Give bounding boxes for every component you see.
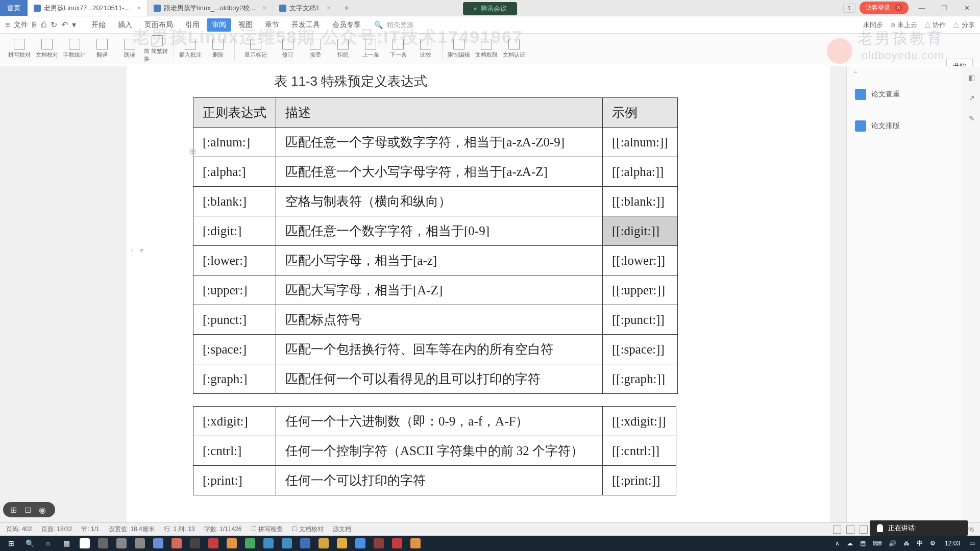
cell-expr[interactable]: [:print:]	[193, 466, 276, 495]
cell-desc[interactable]: 任何一个十六进制数（即：0-9，a-f，A-F）	[276, 407, 603, 436]
rail-icon[interactable]: ✎	[969, 114, 975, 122]
tray-expand-icon[interactable]: ∧	[832, 540, 843, 547]
cell-expr[interactable]: [:punct:]	[193, 305, 276, 335]
taskbar-app[interactable]	[370, 536, 388, 550]
cell-example[interactable]: [[:digit:]]	[603, 216, 678, 246]
tray-cloud-icon[interactable]: ☁	[844, 540, 856, 547]
cell-example[interactable]: [[:upper:]]	[603, 276, 678, 305]
cell-example[interactable]: [[:lower:]]	[603, 246, 678, 276]
tray-volume-icon[interactable]: 🔊	[886, 540, 899, 547]
cell-desc[interactable]: 匹配任何一个可以看得见的且可以打印的字符	[276, 364, 603, 394]
taskbar-app[interactable]	[314, 536, 333, 550]
notifications-badge[interactable]: 1	[843, 4, 855, 13]
meeting-indicator[interactable]: 腾讯会议	[463, 2, 517, 15]
print-icon[interactable]: ⎙	[41, 20, 46, 30]
login-button[interactable]: 访客登录 ×	[860, 2, 909, 14]
cell-example[interactable]: [[:alnum:]]	[603, 128, 678, 157]
wordcount-button[interactable]: 字数统计	[61, 35, 88, 63]
document-tab-2[interactable]: 跟老男孩学linux_...oldboy2校... ×	[148, 0, 273, 16]
bubble-icon[interactable]: ⊞	[10, 505, 19, 514]
cell-expr[interactable]: [:alpha:]	[193, 157, 276, 187]
cell-expr[interactable]: [:graph:]	[193, 364, 276, 394]
taskbar-app[interactable]	[167, 536, 186, 550]
search-input[interactable]: 稻壳资源	[387, 20, 413, 30]
cell-expr[interactable]: [:lower:]	[193, 246, 276, 276]
taskbar-app[interactable]	[296, 536, 314, 550]
menu-start[interactable]: 开始	[86, 18, 111, 32]
doccheck-button[interactable]: 文档校对	[34, 35, 60, 63]
home-tab[interactable]: 首页	[0, 0, 28, 16]
cell-desc[interactable]: 匹配小写字母，相当于[a-z]	[276, 246, 603, 276]
close-icon[interactable]: ×	[327, 4, 331, 12]
cell-example[interactable]: [[:alpha:]]	[603, 157, 678, 187]
source-doc[interactable]: 源文档	[333, 525, 351, 534]
menu-references[interactable]: 引用	[180, 18, 205, 32]
add-marker-icon[interactable]: ⊕	[189, 146, 197, 157]
cell-desc[interactable]: 匹配标点符号	[276, 305, 603, 335]
cell-desc[interactable]: 匹配任意一个字母或数字字符，相当于[a-zA-Z0-9]	[276, 128, 603, 157]
cell-expr[interactable]: [:blank:]	[193, 187, 276, 216]
gutter-dropdown-icon[interactable]: ▾	[140, 246, 147, 254]
menu-insert[interactable]: 插入	[113, 18, 137, 32]
cell-expr[interactable]: [:alnum:]	[193, 128, 276, 157]
cell-example[interactable]: [[:graph:]]	[603, 364, 678, 394]
view-mode-icon[interactable]	[833, 525, 841, 534]
close-icon[interactable]: ×	[262, 4, 266, 12]
cell-example[interactable]: [[:blank:]]	[603, 187, 678, 216]
view-mode-icon[interactable]	[860, 525, 868, 534]
taskbar-app[interactable]	[241, 536, 259, 550]
cell-desc[interactable]: 匹配任意一个大小写字母字符，相当于[a-zA-Z]	[276, 157, 603, 187]
tray-network-icon[interactable]: 🖧	[900, 540, 913, 547]
accept-button[interactable]: 接受	[302, 35, 329, 63]
track-changes-button[interactable]: 修订	[275, 35, 301, 63]
readaloud-button[interactable]: 朗读	[116, 35, 143, 63]
tray-ime-icon[interactable]: ⌨	[870, 540, 885, 547]
cell-expr[interactable]: [:cntrl:]	[193, 436, 276, 466]
insert-comment-button[interactable]: 插入批注	[177, 35, 204, 63]
cell-example[interactable]: [[:space:]]	[603, 335, 678, 364]
tray-lang[interactable]: 中	[914, 539, 926, 548]
document-tab-1[interactable]: 老男孩Linux77...20210511-... ×	[28, 0, 148, 16]
cell-desc[interactable]: 匹配一个包括换行符、回车等在内的所有空白符	[276, 335, 603, 364]
taskbar-app[interactable]	[76, 536, 94, 550]
spellcheck-button[interactable]: 拼写校对	[6, 35, 33, 63]
open-icon[interactable]: ⎘	[32, 20, 37, 30]
taskbar-app[interactable]	[94, 536, 112, 550]
taskbar-app[interactable]	[278, 536, 296, 550]
rail-icon[interactable]: ◧	[968, 73, 975, 82]
sidebar-item-format[interactable]: 论文排版	[853, 116, 974, 136]
close-icon[interactable]: ×	[137, 4, 141, 12]
page-scroll[interactable]: 表 11-3 特殊预定义表达式 正则表达式 描述 示例 [:alnum:]匹配任…	[0, 66, 846, 522]
compare-button[interactable]: 比较	[412, 35, 439, 63]
clock[interactable]: 12:03	[940, 540, 965, 547]
collapse-sidebar-icon[interactable]: ⌃	[853, 70, 858, 78]
cell-expr[interactable]: [:space:]	[193, 335, 276, 364]
taskbar-app[interactable]	[186, 536, 204, 550]
share-button[interactable]: △ 分享	[953, 20, 975, 30]
show-markup-button[interactable]: 显示标记	[238, 35, 274, 63]
cell-expr[interactable]: [:digit:]	[193, 216, 276, 246]
menu-devtools[interactable]: 开发工具	[286, 18, 325, 32]
cloud-status[interactable]: ⊙ 未上云	[890, 20, 917, 30]
taskbar-app[interactable]	[333, 536, 351, 550]
sidebar-item-check[interactable]: 论文查重	[853, 85, 974, 104]
cell-desc[interactable]: 空格与制表符（横向和纵向）	[276, 187, 603, 216]
taskbar-app[interactable]	[351, 536, 370, 550]
tray-settings-icon[interactable]: ⚙	[927, 540, 939, 547]
taskbar-app[interactable]	[131, 536, 149, 550]
doc-auth-button[interactable]: 文档认证	[501, 35, 527, 63]
dropdown-icon[interactable]: ▾	[72, 20, 76, 30]
gutter-icon[interactable]: ▫	[131, 246, 138, 254]
close-window-button[interactable]: ✕	[958, 4, 976, 12]
taskbar-app[interactable]	[388, 536, 406, 550]
next-button[interactable]: 下一条	[385, 35, 411, 63]
taskbar-app[interactable]	[406, 536, 425, 550]
menu-view[interactable]: 视图	[233, 18, 258, 32]
spellcheck-toggle[interactable]: ☐ 拼写检查	[251, 525, 283, 534]
undo-icon[interactable]: ↶	[61, 20, 68, 30]
restrict-edit-button[interactable]: 限制编辑	[446, 35, 472, 63]
simp-trad-button[interactable]: 简 简繁转换	[144, 35, 170, 63]
menu-pagelayout[interactable]: 页面布局	[139, 18, 178, 32]
speaking-indicator[interactable]: 正在讲话:	[870, 520, 968, 536]
taskbar-app[interactable]	[149, 536, 167, 550]
